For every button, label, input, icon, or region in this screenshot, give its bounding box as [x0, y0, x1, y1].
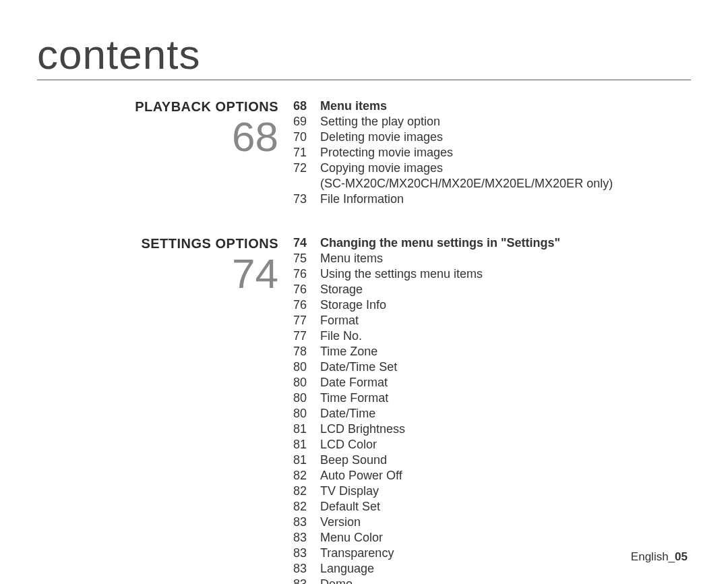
section-header: SETTINGS OPTIONS 74	[37, 236, 293, 584]
toc-entry-text: Protecting movie images	[320, 146, 453, 160]
toc-entry-text: TV Display	[320, 484, 379, 498]
toc-entry-text: Format	[320, 314, 359, 328]
toc-entry: 80Date/Time	[293, 407, 691, 421]
toc-entry-text: File No.	[320, 329, 362, 343]
toc-entry-page: 80	[293, 391, 320, 405]
toc-entry-page: 76	[293, 298, 320, 312]
toc-entry: 82Auto Power Off	[293, 469, 691, 483]
toc-entry-page: 83	[293, 577, 320, 584]
toc-entry-text: Storage	[320, 283, 363, 297]
section-page-number: 74	[37, 253, 278, 295]
section-title: SETTINGS OPTIONS	[37, 236, 278, 252]
toc-entry-text: Time Format	[320, 391, 388, 405]
toc-entry: 76Storage Info	[293, 298, 691, 312]
toc-entry: 77File No.	[293, 329, 691, 343]
toc-entry-page: 80	[293, 376, 320, 390]
toc-entry-page: 81	[293, 453, 320, 467]
toc-entry-text: Beep Sound	[320, 453, 387, 467]
toc-entry-page: 82	[293, 500, 320, 514]
footer-label: English_	[631, 550, 675, 563]
toc-entry-page: 69	[293, 115, 320, 129]
toc-entry-page: 78	[293, 345, 320, 359]
toc-entry-text: Menu Color	[320, 531, 383, 545]
toc-entry-text: Menu items	[320, 252, 383, 266]
toc-entry-text: Menu items	[320, 99, 387, 113]
toc-entry-text: Auto Power Off	[320, 469, 402, 483]
toc-entry: 81LCD Color	[293, 438, 691, 452]
toc-entry-page: 83	[293, 515, 320, 529]
toc-entry: 76Using the settings menu items	[293, 267, 691, 281]
toc-entry-page: 73	[293, 192, 320, 206]
toc-entry: 69Setting the play option	[293, 115, 691, 129]
toc-entry-page: 68	[293, 99, 320, 113]
toc-entry-page: 80	[293, 407, 320, 421]
toc-entry: 82Default Set	[293, 500, 691, 514]
toc-entry-text: Default Set	[320, 500, 380, 514]
toc-entry: 76Storage	[293, 283, 691, 297]
footer-page-number: 05	[675, 550, 688, 563]
toc-entry: 75Menu items	[293, 252, 691, 266]
toc-entry-page: 74	[293, 236, 320, 250]
toc-entry: 77Format	[293, 314, 691, 328]
toc-entry: 71Protecting movie images	[293, 146, 691, 160]
toc-entry-page: 75	[293, 252, 320, 266]
toc-entry: 72Copying movie images	[293, 161, 691, 175]
toc-entry-text: Date/Time Set	[320, 360, 397, 374]
toc-entry-page: 82	[293, 484, 320, 498]
toc-entry-page: 71	[293, 146, 320, 160]
toc-entry: 83Demo	[293, 577, 691, 584]
toc-entry-text: Date/Time	[320, 407, 375, 421]
toc-entry-text: Demo	[320, 577, 353, 584]
page-footer: English_05	[631, 550, 688, 564]
toc-entry: 82TV Display	[293, 484, 691, 498]
toc-entry-text: Version	[320, 515, 361, 529]
toc-entry-page: 76	[293, 267, 320, 281]
toc-entry-text: Setting the play option	[320, 115, 440, 129]
toc-entry-text: Storage Info	[320, 298, 386, 312]
toc-entry-text: Time Zone	[320, 345, 377, 359]
toc-entry: 80Date Format	[293, 376, 691, 390]
toc-entry: 83Menu Color	[293, 531, 691, 545]
toc-entry-page: 70	[293, 130, 320, 144]
section-entries: 74Changing the menu settings in "Setting…	[293, 236, 691, 584]
toc-entry-page: 83	[293, 562, 320, 576]
toc-entry-page: 77	[293, 314, 320, 328]
toc-entry-text: Transparency	[320, 546, 394, 560]
toc-entry: 80Time Format	[293, 391, 691, 405]
toc-entry: 70Deleting movie images	[293, 130, 691, 144]
toc-entry: 73File Information	[293, 192, 691, 206]
page-title: contents	[37, 30, 691, 80]
toc-entry: 83Version	[293, 515, 691, 529]
toc-entry-page: 82	[293, 469, 320, 483]
section-header: PLAYBACK OPTIONS 68	[37, 99, 293, 208]
toc-entry-page: 83	[293, 531, 320, 545]
toc-entry: 78Time Zone	[293, 345, 691, 359]
section-entries: 68Menu items69Setting the play option70D…	[293, 99, 691, 208]
toc-entry-text: Date Format	[320, 376, 388, 390]
toc-entry-note: (SC-MX20C/MX20CH/MX20E/MX20EL/MX20ER onl…	[320, 177, 691, 191]
toc-entry-text: Changing the menu settings in "Settings"	[320, 236, 560, 250]
toc-entry: 83Language	[293, 562, 691, 576]
section-page-number: 68	[37, 116, 278, 158]
toc-entry-text: File Information	[320, 192, 404, 206]
section-title: PLAYBACK OPTIONS	[37, 99, 278, 115]
toc-entry: 81Beep Sound	[293, 453, 691, 467]
toc-entry-text: LCD Color	[320, 438, 377, 452]
toc-entry-page: 81	[293, 422, 320, 436]
toc-entry-text: Deleting movie images	[320, 130, 443, 144]
toc-entry: 80Date/Time Set	[293, 360, 691, 374]
toc-entry-text: Using the settings menu items	[320, 267, 483, 281]
toc-entry-page: 83	[293, 546, 320, 560]
toc-section-settings: SETTINGS OPTIONS 74 74Changing the menu …	[37, 236, 691, 584]
toc-entry-text: Copying movie images	[320, 161, 443, 175]
toc-entry-page: 72	[293, 161, 320, 175]
toc-entry-page: 76	[293, 283, 320, 297]
toc-entry-text: Language	[320, 562, 374, 576]
toc-entry: 74Changing the menu settings in "Setting…	[293, 236, 691, 250]
toc-entry-page: 80	[293, 360, 320, 374]
toc-section-playback: PLAYBACK OPTIONS 68 68Menu items69Settin…	[37, 99, 691, 208]
toc-entry: 68Menu items	[293, 99, 691, 113]
toc-content: PLAYBACK OPTIONS 68 68Menu items69Settin…	[37, 99, 691, 584]
toc-entry-page: 81	[293, 438, 320, 452]
toc-entry: 81LCD Brightness	[293, 422, 691, 436]
